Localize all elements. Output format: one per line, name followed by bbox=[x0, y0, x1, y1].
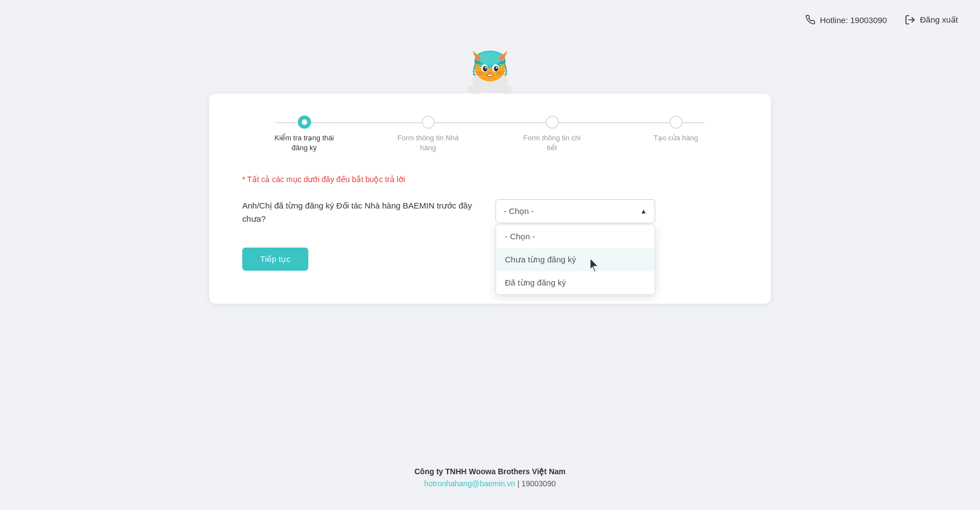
step-4-circle bbox=[669, 116, 683, 129]
dropdown-option-default[interactable]: - Chọn - bbox=[496, 225, 655, 248]
required-note: * Tất cả các mục dưới đây đều bắt buộc t… bbox=[242, 175, 738, 184]
logout-button[interactable]: Đăng xuất bbox=[905, 14, 958, 25]
footer: Công ty TNHH Woowa Brothers Việt Nam hot… bbox=[0, 467, 980, 488]
svg-point-22 bbox=[498, 85, 513, 94]
phone-icon bbox=[805, 15, 815, 25]
step-3-label: Form thông tin chi tiết bbox=[519, 133, 585, 153]
svg-point-11 bbox=[496, 67, 498, 69]
footer-contact: hotronhahang@baemin.vn | 19003090 bbox=[424, 479, 556, 488]
dropdown-menu: - Chọn - Chưa từng đăng ký Đã từng đăng … bbox=[496, 224, 655, 295]
step-2-label: Form thông tin Nhà hàng bbox=[395, 133, 461, 153]
svg-point-8 bbox=[483, 66, 487, 72]
footer-email-link[interactable]: hotronhahang@baemin.vn bbox=[424, 479, 515, 488]
step-3: Form thông tin chi tiết bbox=[490, 116, 614, 153]
footer-phone: 19003090 bbox=[521, 479, 556, 488]
dropdown-arrow-icon: ▲ bbox=[640, 207, 647, 215]
hotline-label: Hotline: 19003090 bbox=[820, 15, 887, 25]
step-4-label: Tạo cửa hàng bbox=[654, 133, 698, 143]
dropdown-trigger[interactable]: - Chọn - ▲ bbox=[496, 199, 655, 223]
form-row: Anh/Chị đã từng đăng ký Đối tác Nhà hàng… bbox=[242, 199, 738, 226]
svg-point-10 bbox=[485, 67, 487, 69]
logout-icon bbox=[905, 14, 916, 25]
step-2: Form thông tin Nhà hàng bbox=[366, 116, 490, 153]
footer-company: Công ty TNHH Woowa Brothers Việt Nam bbox=[415, 467, 566, 476]
form-question: Anh/Chị đã từng đăng ký Đối tác Nhà hàng… bbox=[242, 199, 473, 226]
step-3-circle bbox=[546, 116, 559, 129]
stepper: Kiểm tra trạng thái đăng ký Form thông t… bbox=[242, 116, 738, 153]
dropdown-wrapper: - Chọn - ▲ - Chọn - Chưa từng đăng ký Đã… bbox=[496, 199, 738, 223]
main-card: Kiểm tra trạng thái đăng ký Form thông t… bbox=[209, 94, 771, 304]
step-1-label: Kiểm tra trạng thái đăng ký bbox=[271, 133, 337, 153]
step-1-circle bbox=[298, 116, 311, 129]
mascot-logo bbox=[454, 33, 526, 105]
dropdown-option-chua[interactable]: Chưa từng đăng ký bbox=[496, 248, 655, 271]
svg-point-21 bbox=[467, 85, 482, 94]
continue-button[interactable]: Tiếp tục bbox=[242, 248, 308, 271]
step-1: Kiểm tra trạng thái đăng ký bbox=[242, 116, 366, 153]
dropdown-option-da[interactable]: Đã từng đăng ký bbox=[496, 271, 655, 294]
dropdown-selected-value: - Chọn - bbox=[504, 206, 534, 216]
step-4: Tạo cửa hàng bbox=[614, 116, 738, 143]
svg-point-12 bbox=[488, 72, 492, 75]
logout-label: Đăng xuất bbox=[920, 15, 958, 25]
svg-point-9 bbox=[494, 66, 498, 72]
step-2-circle bbox=[422, 116, 435, 129]
hotline-section: Hotline: 19003090 bbox=[805, 15, 887, 25]
mascot-image bbox=[457, 39, 523, 99]
